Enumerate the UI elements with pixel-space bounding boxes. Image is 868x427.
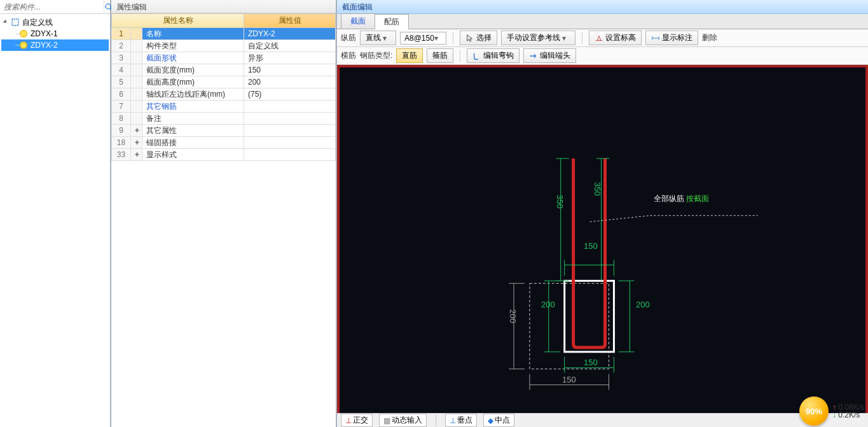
- expand-toggle[interactable]: +: [131, 137, 142, 149]
- expand-toggle[interactable]: +: [131, 149, 142, 161]
- expand-toggle: [131, 76, 142, 88]
- expand-toggle[interactable]: +: [131, 125, 142, 137]
- component-sidebar: 自定义线 ┈ ZDYX-1 ┈ ZDYX-2: [0, 0, 111, 427]
- prop-name: 锚固搭接: [142, 137, 244, 149]
- set-elevation-button[interactable]: 设置标高: [589, 31, 642, 45]
- svg-point-0: [106, 4, 111, 9]
- trans-label: 横筋: [341, 50, 356, 61]
- prop-value[interactable]: [244, 149, 336, 161]
- rebar-spec-field[interactable]: A8@150▾: [400, 32, 446, 45]
- tab-rebar[interactable]: 配筋: [375, 14, 409, 29]
- toolbar-longitudinal: 纵筋 直线▾ A8@150▾ 选择 手动设置参考线▾ 设置标高 显示标注 删除: [337, 29, 868, 47]
- property-row[interactable]: 33+显示样式: [112, 149, 336, 161]
- search-input[interactable]: [0, 1, 104, 13]
- property-row[interactable]: 18+锚固搭接: [112, 137, 336, 149]
- chevron-down-icon: ▾: [434, 34, 442, 43]
- prop-name: 显示样式: [142, 149, 244, 161]
- expand-toggle: [131, 88, 142, 101]
- expand-toggle: [131, 113, 142, 125]
- dim-top-width: 150: [584, 241, 598, 251]
- property-row[interactable]: 9+其它属性: [112, 125, 336, 137]
- dim-bar-left: 350: [555, 195, 565, 209]
- expand-toggle: [131, 52, 142, 64]
- dynamic-input-toggle[interactable]: ▦动态输入: [379, 414, 427, 427]
- mid-snap-toggle[interactable]: ◆中点: [483, 414, 514, 427]
- prop-name: 备注: [142, 113, 244, 125]
- rebar-annotation: 全部纵筋 按截面: [654, 190, 709, 204]
- perp-snap-toggle[interactable]: ⊥垂点: [445, 414, 477, 427]
- arrow-right-icon: [529, 52, 538, 60]
- tab-section[interactable]: 截面: [341, 13, 375, 29]
- prop-name: 构件类型: [142, 40, 244, 52]
- svg-line-28: [590, 216, 651, 222]
- property-row[interactable]: 6轴线距左边线距离(mm)(75): [112, 88, 336, 101]
- prop-value[interactable]: 150: [244, 64, 336, 76]
- prop-value[interactable]: 异形: [244, 52, 336, 64]
- editor-tabs: 截面 配筋: [337, 14, 868, 29]
- select-button[interactable]: 选择: [460, 31, 497, 45]
- prop-value[interactable]: 200: [244, 76, 336, 88]
- toolbar-transverse: 横筋 钢筋类型: 直筋 箍筋 编辑弯钩 编辑端头: [337, 47, 868, 65]
- property-row[interactable]: 4截面宽度(mm)150: [112, 64, 336, 76]
- chevron-down-icon: ▾: [383, 34, 390, 43]
- tree-root-label: 自定义线: [22, 17, 53, 28]
- prop-value[interactable]: 自定义线: [244, 40, 336, 52]
- dim-gray-bottom: 150: [562, 375, 576, 384]
- dim-gray-left: 200: [508, 309, 518, 323]
- property-row[interactable]: 3截面形状异形: [112, 52, 336, 64]
- cursor-icon: [465, 34, 474, 43]
- dim-bottom-width: 150: [584, 358, 598, 367]
- prop-name: 截面形状: [142, 52, 244, 64]
- prop-value[interactable]: [244, 125, 336, 137]
- straight-rebar-button[interactable]: 直筋: [396, 48, 423, 63]
- edit-hook-button[interactable]: 编辑弯钩: [467, 48, 520, 63]
- property-row[interactable]: 5截面高度(mm)200: [112, 76, 336, 88]
- tree-item-label: ZDYX-2: [31, 41, 58, 50]
- stirrup-rebar-button[interactable]: 箍筋: [427, 48, 453, 63]
- prop-name: 其它钢筋: [142, 101, 244, 113]
- header-name: 属性名称: [112, 14, 244, 28]
- speed-badge[interactable]: 90%: [799, 396, 829, 426]
- show-dimension-button[interactable]: 显示标注: [645, 31, 698, 45]
- edit-end-button[interactable]: 编辑端头: [523, 48, 576, 63]
- property-row[interactable]: 1名称ZDYX-2: [112, 28, 336, 40]
- dim-bar-right: 350: [593, 182, 602, 196]
- property-row[interactable]: 8备注: [112, 113, 336, 125]
- delete-button[interactable]: 删除: [702, 32, 717, 43]
- line-mode-button[interactable]: 直线▾: [360, 31, 396, 45]
- component-tree[interactable]: 自定义线 ┈ ZDYX-1 ┈ ZDYX-2: [0, 14, 110, 53]
- property-table[interactable]: 属性名称 属性值 1名称ZDYX-22构件类型自定义线3截面形状异形4截面宽度(…: [111, 13, 336, 161]
- property-row[interactable]: 2构件类型自定义线: [112, 40, 336, 52]
- rebar-type-label: 钢筋类型:: [360, 50, 392, 61]
- drawing-canvas[interactable]: 150 200 150 200 350 350 150 200 全部纵筋 按截面: [337, 65, 868, 427]
- header-value: 属性值: [244, 14, 336, 28]
- section-editor: 截面编辑 截面 配筋 纵筋 直线▾ A8@150▾ 选择 手动设置参考线▾ 设置…: [337, 0, 868, 427]
- expand-toggle: [131, 40, 142, 52]
- status-bar: ⊥正交 ▦动态输入 ⊥垂点 ◆中点: [337, 413, 868, 427]
- manual-refline-button[interactable]: 手动设置参考线▾: [501, 31, 575, 45]
- prop-value[interactable]: ZDYX-2: [244, 28, 336, 40]
- property-row[interactable]: 7其它钢筋: [112, 101, 336, 113]
- chevron-down-icon: ▾: [562, 34, 570, 43]
- collapse-icon[interactable]: [3, 19, 10, 26]
- expand-toggle: [131, 28, 142, 40]
- prop-value[interactable]: [244, 137, 336, 149]
- expand-toggle: [131, 101, 142, 113]
- component-icon: [19, 41, 28, 50]
- long-label: 纵筋: [341, 32, 356, 43]
- ortho-toggle[interactable]: ⊥正交: [341, 414, 373, 427]
- section-drawing: [340, 67, 865, 427]
- dim-left-height: 200: [541, 300, 555, 309]
- prop-value[interactable]: [244, 113, 336, 125]
- tree-item-zdyx2[interactable]: ┈ ZDYX-2: [1, 39, 109, 51]
- dim-right-height: 200: [636, 300, 650, 309]
- tree-root[interactable]: 自定义线: [1, 17, 109, 28]
- property-panel: 属性编辑 属性名称 属性值 1名称ZDYX-22构件类型自定义线3截面形状异形4…: [111, 0, 337, 427]
- prop-value[interactable]: (75): [244, 88, 336, 101]
- svg-rect-3: [530, 283, 609, 369]
- prop-value[interactable]: [244, 101, 336, 113]
- tree-item-zdyx1[interactable]: ┈ ZDYX-1: [1, 28, 109, 39]
- prop-name: 其它属性: [142, 125, 244, 137]
- dimension-icon: [651, 34, 660, 43]
- shape-icon: [11, 18, 20, 27]
